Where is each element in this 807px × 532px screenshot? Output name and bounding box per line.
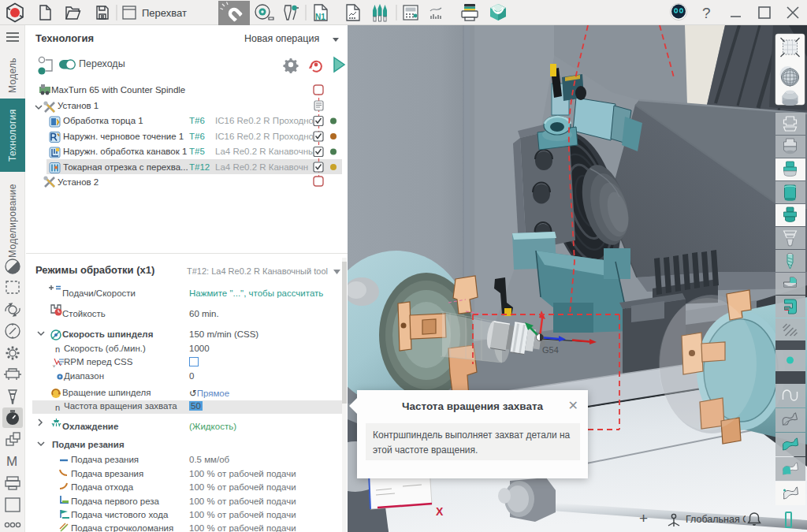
svg-text:X: X	[436, 505, 444, 518]
svg-text:M: M	[6, 454, 17, 469]
svg-text:v: v	[53, 363, 55, 368]
svg-text:G54: G54	[542, 345, 559, 355]
svg-text:n: n	[55, 403, 60, 412]
svg-text:N1: N1	[315, 13, 325, 21]
svg-text:n: n	[55, 344, 60, 354]
svg-text:?: ?	[702, 5, 711, 21]
